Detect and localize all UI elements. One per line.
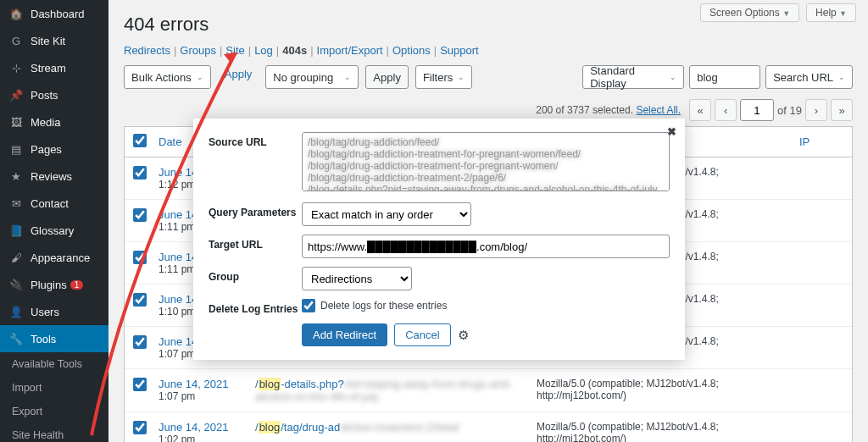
sidebar-item-appearance[interactable]: 🖌Appearance (0, 244, 108, 271)
subnav-redirects[interactable]: Redirects (124, 44, 170, 57)
row-date[interactable]: June 14, 20211:02 pm (159, 421, 255, 442)
menu-icon: 🏠 (8, 6, 24, 21)
row-ip (799, 293, 843, 318)
subnav-support[interactable]: Support (440, 44, 479, 57)
search-mode-select[interactable]: Search URL⌄ (765, 65, 853, 89)
page-next[interactable]: › (805, 99, 827, 121)
sidebar-item-glossary[interactable]: 📘Glossary (0, 217, 108, 244)
subnav: Redirects|Groups|Site|Log|404s|Import/Ex… (124, 44, 853, 57)
row-checkbox[interactable] (133, 166, 147, 180)
query-params-label: Query Parameters (209, 202, 302, 218)
screen-options-button[interactable]: Screen Options ▼ (700, 3, 799, 22)
sidebar-item-stream[interactable]: ⊹Stream (0, 54, 108, 81)
help-button[interactable]: Help ▼ (806, 3, 856, 22)
row-ip (799, 335, 843, 360)
sidebar-item-reviews[interactable]: ★Reviews (0, 163, 108, 190)
display-select[interactable]: Standard Display⌄ (582, 65, 684, 89)
bulk-actions-select[interactable]: Bulk Actions⌄ (124, 65, 211, 89)
menu-icon: 📌 (8, 87, 24, 102)
row-source[interactable]: /blog-details.php?nid=staying-away-from-… (255, 378, 537, 403)
sidebar-sub-export[interactable]: Export (0, 400, 108, 423)
menu-icon: 🔌 (8, 277, 24, 292)
sidebar-sub-import[interactable]: Import (0, 376, 108, 400)
source-url-label: Source URL (209, 132, 302, 148)
row-checkbox[interactable] (133, 335, 147, 349)
admin-sidebar: 🏠DashboardGSite Kit⊹Stream📌Posts🖼Media▤P… (0, 0, 108, 442)
page-input[interactable] (740, 99, 774, 121)
delete-logs-label: Delete Log Entries (209, 299, 302, 315)
row-ip (799, 421, 843, 442)
sidebar-item-media[interactable]: 🖼Media (0, 108, 108, 135)
page-first[interactable]: « (689, 99, 711, 121)
menu-icon: 🖼 (8, 114, 24, 130)
group-label: Group (209, 267, 302, 283)
toolbar: Bulk Actions⌄ Apply No grouping⌄ Apply F… (124, 65, 853, 89)
menu-icon: 👤 (8, 304, 24, 319)
row-checkbox[interactable] (133, 378, 147, 391)
delete-logs-checkbox[interactable] (302, 299, 315, 312)
search-input[interactable] (689, 65, 760, 89)
gear-icon[interactable]: ⚙ (458, 328, 469, 343)
sidebar-item-pages[interactable]: ▤Pages (0, 135, 108, 163)
select-all-checkbox[interactable] (133, 134, 147, 147)
sidebar-item-tools[interactable]: 🔧Tools (0, 325, 108, 352)
grouping-select[interactable]: No grouping⌄ (265, 65, 359, 89)
subnav-groups[interactable]: Groups (180, 44, 216, 57)
redirect-modal: ✖ Source URL /blog/tag/drug-addiction/fe… (193, 119, 685, 360)
subnav-import/export[interactable]: Import/Export (317, 44, 383, 57)
group-select[interactable]: Redirections (302, 267, 412, 290)
sidebar-item-posts[interactable]: 📌Posts (0, 81, 108, 108)
menu-icon: 📘 (8, 223, 24, 238)
row-checkbox[interactable] (133, 251, 147, 264)
subnav-log[interactable]: Log (254, 44, 273, 57)
subnav-options[interactable]: Options (392, 44, 431, 57)
row-ip (799, 251, 843, 275)
sidebar-item-plugins[interactable]: 🔌Plugins1 (0, 271, 108, 298)
table-row: June 14, 20211:07 pm/blog-details.php?ni… (125, 369, 852, 412)
row-checkbox[interactable] (133, 293, 147, 307)
cancel-button[interactable]: Cancel (394, 323, 450, 346)
subnav-site[interactable]: Site (225, 44, 244, 57)
row-useragent: Mozilla/5.0 (compatible; MJ12bot/v1.4.8;… (537, 421, 799, 442)
sidebar-item-site-kit[interactable]: GSite Kit (0, 27, 108, 54)
row-ip (799, 208, 843, 233)
row-checkbox[interactable] (133, 208, 147, 222)
apply-bulk-button[interactable]: Apply (218, 65, 259, 89)
row-date[interactable]: June 14, 20211:07 pm (159, 378, 255, 403)
page-prev[interactable]: ‹ (715, 99, 737, 121)
select-all-link[interactable]: Select All. (636, 104, 681, 116)
menu-icon: ★ (8, 169, 24, 184)
menu-icon: ✉ (8, 196, 24, 211)
target-url-input[interactable] (302, 235, 670, 258)
col-ip[interactable]: IP (799, 135, 843, 148)
menu-icon: 🔧 (8, 331, 24, 346)
menu-icon: G (8, 33, 24, 48)
source-url-textarea[interactable]: /blog/tag/drug-addiction/feed/ /blog/tag… (302, 132, 670, 191)
subnav-404s[interactable]: 404s (282, 44, 307, 57)
menu-icon: ▤ (8, 141, 24, 157)
close-icon[interactable]: ✖ (667, 125, 676, 138)
sidebar-sub-site-health[interactable]: Site Health (0, 423, 108, 442)
apply-grouping-button[interactable]: Apply (365, 65, 409, 89)
row-checkbox[interactable] (133, 421, 147, 434)
sidebar-item-users[interactable]: 👤Users (0, 298, 108, 325)
table-row: June 14, 20211:02 pm/blog/tag/drug-addic… (125, 412, 852, 442)
row-source[interactable]: /blog/tag/drug-addiction-treatment-2/fee… (255, 421, 537, 442)
sidebar-item-dashboard[interactable]: 🏠Dashboard (0, 0, 108, 27)
menu-icon: ⊹ (8, 60, 24, 75)
sidebar-item-contact[interactable]: ✉Contact (0, 190, 108, 217)
add-redirect-button[interactable]: Add Redirect (302, 323, 387, 346)
target-url-label: Target URL (209, 235, 302, 251)
selection-count: 200 of 3737 selected. Select All. (536, 104, 681, 116)
menu-icon: 🖌 (8, 250, 24, 265)
row-ip (799, 378, 843, 403)
filters-button[interactable]: Filters⌄ (415, 65, 472, 89)
query-params-select[interactable]: Exact match in any order (302, 202, 471, 226)
row-ip (799, 166, 843, 191)
pagination: « ‹ of 19 › » (689, 99, 853, 121)
row-useragent: Mozilla/5.0 (compatible; MJ12bot/v1.4.8;… (537, 378, 799, 403)
sidebar-sub-available-tools[interactable]: Available Tools (0, 352, 108, 376)
page-last[interactable]: » (831, 99, 853, 121)
